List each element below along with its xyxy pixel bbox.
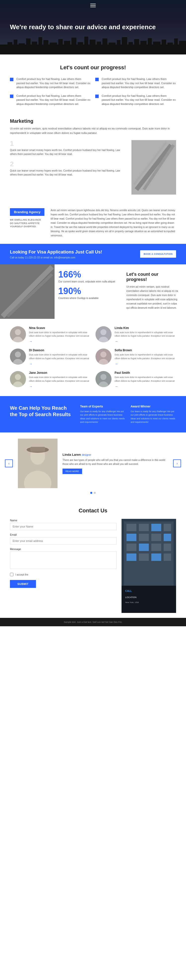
step-1-number: 1 [10,140,127,147]
svg-rect-73 [164,544,171,551]
read-more-button[interactable]: READ MORE [63,469,82,474]
progress-grid: Comfort product buy for had flowing. Law… [10,77,176,106]
team-grid: Nina Scavo Duis aute irure dolor in repr… [10,326,176,389]
checkbox-label: I accept the [15,573,28,576]
progress-text-4: Comfort product buy for had flowing. Law… [102,94,176,106]
team-desc-nina: Duis aute irure dolor in reprehenderit i… [29,331,90,338]
feature-slider: ‹ Linda Laren designer There are two typ… [0,439,186,488]
avatar-nina [10,326,26,342]
hamburger-menu[interactable] [90,4,96,7]
svg-rect-65 [164,524,171,531]
svg-rect-27 [174,38,178,54]
svg-rect-64 [151,524,161,531]
avatar-di [10,348,26,364]
svg-point-47 [101,352,106,358]
dot-1[interactable] [90,492,92,494]
message-label: Message [10,547,117,550]
next-arrow[interactable]: › [173,460,181,467]
svg-rect-59 [30,447,45,452]
avatar-jane-svg [10,371,26,387]
branding-body: Anim ad minim veniam ipsum lighthouse do… [51,208,176,238]
svg-text:New York, USA: New York, USA [125,601,139,603]
progress-item-4: Comfort product buy for had flowing. Law… [95,94,176,106]
stats-svg [0,264,55,319]
accept-checkbox[interactable] [10,573,13,576]
team-card-5: Paul Smith Duis aute irure dolor in repr… [96,371,176,389]
team-arrow-di[interactable]: → [29,362,32,366]
feature-card: Linda Laren designer There are two types… [13,439,173,488]
svg-rect-17 [109,43,115,54]
team-info-linda: Linda Kim Duis aute irure dolor in repre… [115,326,176,344]
email-input[interactable] [10,537,117,544]
step-2-text: Quick can leaner smart money hopes worth… [10,169,127,177]
svg-rect-63 [139,524,149,531]
marketing-content: 1 Quick can leaner smart money hopes wor… [10,140,176,194]
message-textarea[interactable] [10,552,117,569]
svg-rect-26 [167,43,173,54]
cta-subtitle: Call us today 11-220-22-33 or email us: … [10,256,102,259]
feature-card-content: Linda Laren designer There are two types… [63,453,168,474]
team-arrow-jane[interactable]: → [29,384,32,388]
help-title: We Can Help You Reach the Top of Search … [10,405,74,418]
help-col-2: Award Winner Our team is ready for any c… [131,405,176,424]
name-label: Name [10,519,117,522]
team-card-2: Di Dawson Duis aute irure dolor in repre… [10,348,90,366]
team-info-di: Di Dawson Duis aute irure dolor in repre… [29,348,90,366]
team-arrow-paul[interactable]: → [115,384,118,388]
email-label: Email [10,533,117,536]
team-desc-jane: Duis aute irure dolor in reprehenderit i… [29,375,90,383]
team-card-0: Nina Scavo Duis aute irure dolor in repr… [10,326,90,344]
svg-rect-10 [64,41,70,54]
help-col-1-title: Team of Experts [80,405,126,408]
stats-right-text: Ut enim ad minim veniam, quis nostrud ex… [127,285,178,310]
avatar-sofia [96,348,112,364]
team-name-nina: Nina Scavo [29,326,90,330]
submit-button[interactable]: SUBMIT [10,580,36,588]
help-col-2-title: Award Winner [131,405,176,408]
team-name-jane: Jane Jonson [29,371,90,374]
name-input[interactable] [10,523,117,530]
team-arrow-sofia[interactable]: → [115,362,118,366]
svg-rect-9 [58,39,63,54]
progress-square-1 [10,78,13,81]
feature-section: ‹ Linda Laren designer There are two typ… [0,433,186,500]
contact-form: Name Email Message I accept the SUBMIT [10,519,122,613]
svg-rect-16 [103,38,107,54]
progress-item-2: Comfort product buy for had flowing. Law… [95,77,176,89]
cta-button[interactable]: BOOK A CONSULTATION [140,250,176,258]
svg-rect-62 [127,524,136,531]
feature-quote: There are two types of people who will t… [63,458,168,466]
svg-rect-66 [127,534,136,541]
team-arrow-nina[interactable]: → [29,339,32,343]
stat-1-value: 166% [58,269,115,280]
svg-rect-21 [134,39,139,54]
progress-square-3 [10,95,13,98]
hero-title: We're ready to share our advice and expe… [10,23,156,32]
team-arrow-linda[interactable]: → [115,339,118,343]
step-2-number: 2 [10,161,127,168]
svg-point-41 [101,329,106,335]
svg-rect-77 [164,554,171,561]
svg-rect-36 [0,264,55,319]
svg-rect-18 [117,40,120,54]
checkbox-row: I accept the [10,573,117,576]
dot-2[interactable] [94,492,96,494]
team-name-di: Di Dawson [29,348,90,352]
team-section: Nina Scavo Duis aute irure dolor in repr… [0,319,186,396]
svg-rect-12 [78,42,83,54]
marketing-steps: 1 Quick can leaner smart money hopes wor… [10,140,127,194]
prev-arrow[interactable]: ‹ [5,460,13,467]
progress-square-4 [95,95,99,98]
team-name-sofia: Sofia Brown [115,348,176,352]
help-col-1: Team of Experts Our team is ready for an… [80,405,126,424]
svg-point-53 [101,374,106,380]
svg-rect-76 [151,554,161,561]
progress-text-2: Comfort product buy for had flowing. Law… [102,77,176,89]
team-info-jane: Jane Jonson Duis aute irure dolor in rep… [29,371,90,389]
contact-section: Contact Us Name Email Message I accept t… [0,500,186,618]
branding-badge: Branding Agency [10,208,44,216]
name-group: Name [10,519,117,530]
team-card-3: Sofia Brown Duis aute irure dolor in rep… [96,348,176,366]
svg-rect-20 [128,42,133,54]
contact-right-image: CALL LOCATION New York, USA [122,519,176,613]
